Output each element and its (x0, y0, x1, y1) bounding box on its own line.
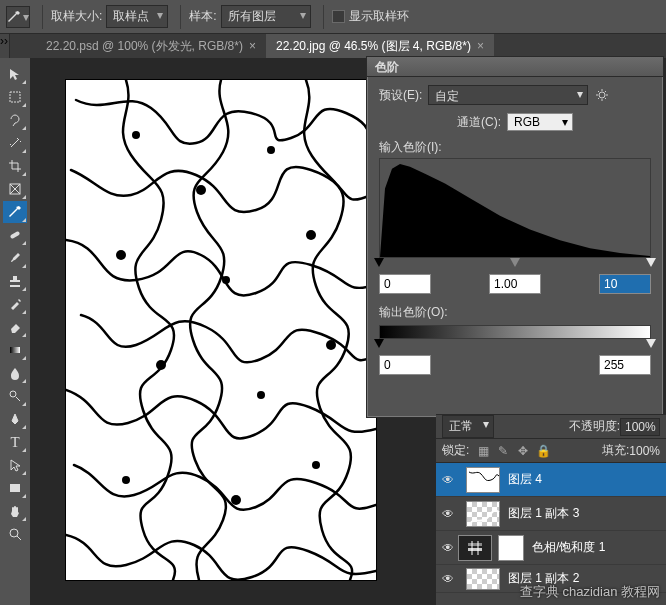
input-sliders[interactable] (379, 258, 651, 272)
rect-icon (8, 481, 22, 495)
layer-name[interactable]: 色相/饱和度 1 (532, 539, 605, 556)
shape-tool[interactable] (3, 477, 27, 499)
path-select-tool[interactable] (3, 454, 27, 476)
histogram-graph (380, 159, 650, 257)
visibility-icon[interactable]: 👁 (442, 507, 458, 521)
layer-name[interactable]: 图层 1 副本 3 (508, 505, 579, 522)
dodge-tool[interactable] (3, 385, 27, 407)
lasso-tool[interactable] (3, 109, 27, 131)
lock-all-icon[interactable]: 🔒 (535, 443, 551, 459)
lock-pixels-icon[interactable]: ▦ (475, 443, 491, 459)
input-midtone-field[interactable] (489, 274, 541, 294)
channel-dropdown[interactable]: RGB (507, 113, 573, 131)
input-shadow-field[interactable] (379, 274, 431, 294)
tab-doc-1[interactable]: 22.20.psd @ 100% (外发光, RGB/8*) × (36, 34, 266, 59)
brush-tool[interactable] (3, 247, 27, 269)
output-highlight-field[interactable] (599, 355, 651, 375)
sample-dropdown[interactable]: 所有图层 (221, 5, 311, 28)
zoom-tool[interactable] (3, 523, 27, 545)
magic-wand-tool[interactable] (3, 132, 27, 154)
preset-dropdown[interactable]: 自定 (428, 85, 588, 105)
hand-tool[interactable] (3, 500, 27, 522)
show-ring-label: 显示取样环 (349, 8, 409, 25)
layer-thumb[interactable] (466, 467, 500, 493)
lock-label: 锁定: (442, 442, 469, 459)
marquee-tool[interactable] (3, 86, 27, 108)
midtone-slider[interactable] (510, 258, 520, 267)
visibility-icon[interactable]: 👁 (442, 473, 458, 487)
eyedropper-tool[interactable] (3, 201, 27, 223)
eyedropper-icon (8, 205, 22, 219)
lock-paint-icon[interactable]: ✎ (495, 443, 511, 459)
eraser-tool[interactable] (3, 316, 27, 338)
canvas-content (66, 80, 376, 580)
shadow-slider[interactable] (374, 258, 384, 267)
layer-row[interactable]: 👁 图层 1 副本 3 (436, 497, 666, 531)
output-shadow-field[interactable] (379, 355, 431, 375)
input-highlight-field[interactable] (599, 274, 651, 294)
opacity-field[interactable]: 100% (620, 418, 660, 436)
document-canvas[interactable] (66, 80, 376, 580)
close-icon[interactable]: × (249, 39, 256, 53)
dialog-title[interactable]: 色阶 (367, 57, 663, 77)
separator (180, 5, 181, 29)
pen-tool[interactable] (3, 408, 27, 430)
frame-tool[interactable] (3, 178, 27, 200)
svg-rect-22 (468, 548, 482, 551)
history-brush-tool[interactable] (3, 293, 27, 315)
hand-icon (8, 504, 22, 518)
output-highlight-slider[interactable] (646, 339, 656, 348)
sample-size-dropdown[interactable]: 取样点 (106, 5, 168, 28)
adjustment-thumb[interactable] (458, 535, 492, 561)
channel-label: 通道(C): (457, 114, 501, 131)
crop-tool[interactable] (3, 155, 27, 177)
visibility-icon[interactable]: 👁 (442, 572, 458, 586)
clone-tool[interactable] (3, 270, 27, 292)
layers-list: 👁 图层 4 👁 图层 1 副本 3 👁 色相/饱和度 1 👁 图层 1 副本 … (436, 463, 666, 593)
layer-name[interactable]: 图层 1 副本 2 (508, 570, 579, 587)
layer-mask-thumb[interactable] (498, 535, 524, 561)
svg-point-12 (222, 276, 230, 284)
separator (42, 5, 43, 29)
drop-icon (8, 366, 22, 380)
svg-point-9 (196, 185, 206, 195)
blur-tool[interactable] (3, 362, 27, 384)
layer-row[interactable]: 👁 图层 1 副本 2 (436, 565, 666, 593)
fill-field[interactable]: 100% (629, 444, 660, 458)
svg-rect-5 (10, 484, 20, 492)
options-bar: ▾ 取样大小: 取样点 样本: 所有图层 显示取样环 (0, 0, 666, 34)
tab-doc-2[interactable]: 22.20.jpg @ 46.5% (图层 4, RGB/8*) × (266, 34, 494, 59)
layer-thumb[interactable] (466, 568, 500, 590)
output-sliders[interactable] (379, 339, 651, 353)
sample-label: 样本: (189, 8, 216, 25)
output-shadow-slider[interactable] (374, 339, 384, 348)
tab-minibar[interactable]: ›› (0, 34, 10, 58)
layer-thumb[interactable] (466, 501, 500, 527)
lasso-icon (8, 113, 22, 127)
move-tool[interactable] (3, 63, 27, 85)
layer-row[interactable]: 👁 图层 4 (436, 463, 666, 497)
svg-point-13 (306, 230, 316, 240)
lock-position-icon[interactable]: ✥ (515, 443, 531, 459)
spot-heal-tool[interactable] (3, 224, 27, 246)
gradient-tool[interactable] (3, 339, 27, 361)
close-icon[interactable]: × (477, 39, 484, 53)
blend-mode-dropdown[interactable]: 正常 (442, 415, 494, 438)
type-tool[interactable]: T (3, 431, 27, 453)
highlight-slider[interactable] (646, 258, 656, 267)
output-ramp (379, 325, 651, 339)
wand-icon (8, 136, 22, 150)
active-tool-preview[interactable]: ▾ (6, 6, 30, 28)
sample-size-label: 取样大小: (51, 8, 102, 25)
svg-rect-0 (10, 92, 20, 102)
hue-sat-icon (466, 539, 484, 557)
fill-label: 填充: (602, 442, 629, 459)
layer-name[interactable]: 图层 4 (508, 471, 542, 488)
layer-row[interactable]: 👁 色相/饱和度 1 (436, 531, 666, 565)
gear-icon[interactable] (594, 87, 610, 103)
output-levels-label: 输出色阶(O): (379, 304, 651, 321)
show-ring-checkbox[interactable] (332, 10, 345, 23)
visibility-icon[interactable]: 👁 (442, 541, 458, 555)
separator (323, 5, 324, 29)
svg-rect-21 (468, 543, 482, 546)
